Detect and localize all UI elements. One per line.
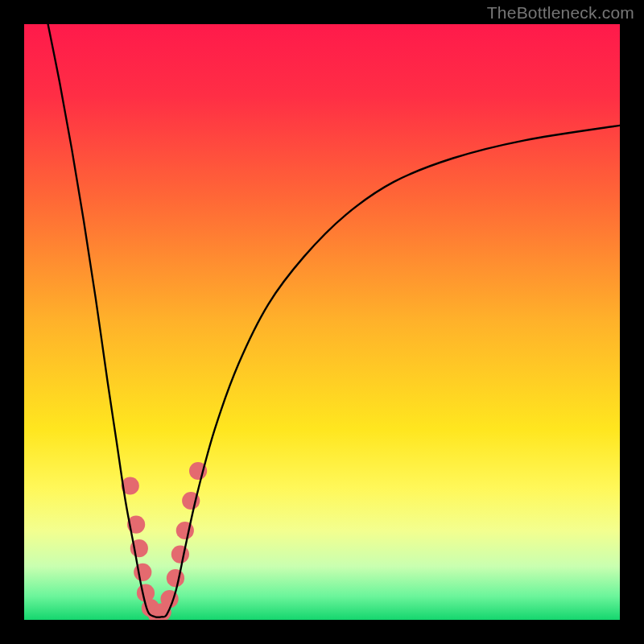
watermark-text: TheBottleneck.com: [487, 3, 634, 23]
plot-area: [24, 24, 620, 620]
marker-dot: [171, 546, 189, 564]
marker-dot: [176, 522, 194, 539]
curve-layer: [24, 24, 620, 620]
marker-dot: [167, 569, 184, 587]
marker-group: [122, 462, 208, 620]
marker-dot: [134, 564, 151, 581]
outer-frame: TheBottleneck.com: [0, 0, 644, 644]
